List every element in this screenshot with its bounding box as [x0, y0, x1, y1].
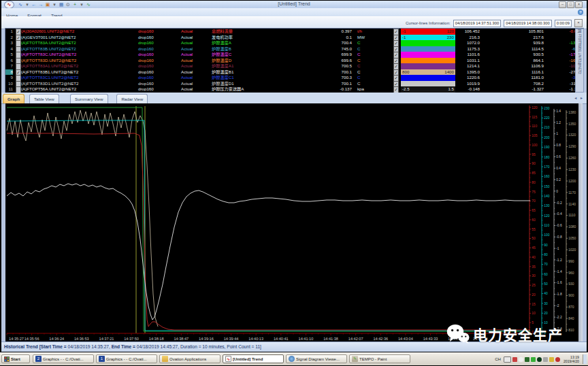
time-tick-label: 14:39:44	[224, 337, 239, 341]
selected-signal-side-tab[interactable]: [8] FTOTT83B1.UNIT2@NET2	[575, 29, 584, 93]
signal-description: 炉膛温度A1	[212, 63, 233, 69]
signal-value: 0.1	[291, 35, 352, 41]
table-row[interactable]: 2✓(A)GEV3T001.UNIT2@NET2drop160Actual发电机…	[5, 35, 583, 41]
trend-icon: ∿	[225, 356, 231, 362]
table-row[interactable]: 8✓(A)FTOTT83B1.UNIT2@NET2drop160Actual炉膛…	[5, 69, 583, 76]
show-desktop-button[interactable]	[583, 354, 587, 364]
axis-tick-label: -0.6	[556, 223, 562, 227]
signal-description: 炉膛压力变送器A	[212, 86, 244, 93]
status-text: End Time =	[112, 344, 137, 349]
table-row[interactable]: 4(A)FTOTT83B.UNIT2@NET2drop160Actual炉膛温度…	[5, 46, 583, 52]
wechat-logo-icon	[446, 324, 470, 344]
axis-tick-label: 140	[544, 194, 550, 198]
table-row[interactable]: 9(A)FTOTT83C1.UNIT2@NET2drop160Actual炉膛温…	[5, 75, 583, 81]
tray-icon[interactable]	[531, 357, 536, 362]
taskbar-task-graphics-2[interactable]: 2Graphics - - C:/Ovati...	[33, 354, 94, 363]
clock[interactable]: 13:192019/4/20	[561, 355, 581, 363]
tray-icon[interactable]	[519, 357, 523, 362]
tab-table-view[interactable]: Table View	[29, 94, 59, 103]
tab-radar-view[interactable]: Radar View	[116, 94, 148, 103]
screen: ∿ ∿▾←→▣▾▦⊙+▾∿ [Untitled] Trend –□× HomeF…	[0, 0, 588, 366]
signal-name: (A)FTOTT83D.UNIT2@NET2	[21, 58, 76, 64]
cursor1-value: 106.452	[421, 29, 480, 35]
axis-tick-label: 30	[532, 273, 536, 278]
time-tick-label: 14:40:41	[274, 337, 289, 341]
time-tick-label: 14:41:10	[299, 337, 314, 341]
signal-value: 700.5	[291, 63, 352, 69]
fuel-flow-curve	[7, 133, 530, 330]
cursor-lines-info: Cursor-lines Information: 04/18/2019 14:…	[406, 19, 583, 27]
cursor1-value: 1214.1	[421, 63, 480, 69]
help-icon[interactable]: ?	[578, 10, 583, 15]
window-title: [Untitled] Trend	[1, 1, 587, 6]
tab-summary-view[interactable]: Summary View	[70, 94, 108, 103]
signal-mode: Actual	[181, 75, 193, 81]
axis-tick-label: 115	[532, 115, 537, 119]
start-button[interactable]: Start	[1, 354, 30, 363]
table-row[interactable]: 7(A)FTOTT83A1.UNIT2@NET2drop160Actual炉膛温…	[5, 63, 583, 69]
tray-icon[interactable]	[512, 357, 517, 362]
signal-name: (A)FTOTT83C1.UNIT2@NET2	[21, 75, 79, 81]
table-row[interactable]: 1✓(A)30A02601.UNIT2@NET2drop160Actual总燃料…	[5, 29, 583, 35]
axis-tick-label: 1200	[568, 179, 576, 183]
axis-tick-label: 1320	[568, 133, 576, 137]
time-tick-label: 14:41:38	[323, 337, 338, 341]
axis-tick-label: -2.2	[556, 315, 562, 319]
furnace-temp-b1-curve	[7, 110, 158, 327]
cursor1-value: 1220.6	[421, 75, 480, 81]
signal-mode: Actual	[181, 69, 193, 76]
task-label: Graphics - - C:/Ovati...	[106, 355, 147, 363]
status-text: 04/18/2019 14:45:27, Duration = 10 minut…	[137, 344, 261, 349]
axis-tick-label: 80	[532, 180, 536, 184]
cursor1-time-field[interactable]: 04/18/2019 14:37:51.300	[453, 20, 501, 27]
taskbar-task-signal[interactable]: Signal Diagram Viewe...	[286, 354, 347, 363]
tab-scroll-arrows[interactable]: ◂ ▸	[574, 95, 584, 100]
tray-icon[interactable]	[537, 357, 542, 362]
signal-mode: Actual	[181, 29, 193, 35]
maximize-button[interactable]: □	[567, 1, 574, 8]
tray-icon[interactable]	[525, 357, 529, 362]
signal-unit: C	[357, 63, 360, 69]
cursor1-value: 216.3	[421, 35, 480, 41]
axis-tick-label: 870	[568, 305, 574, 309]
language-indicator[interactable]: CH	[493, 357, 502, 361]
table-row[interactable]: 3(A)FTOTT83A.UNIT2@NET2drop160Actual炉膛温度…	[5, 40, 583, 46]
minimize-button[interactable]: –	[559, 1, 566, 8]
row-number: 8	[5, 69, 13, 76]
time-tick-label: 14:35:56	[24, 337, 39, 341]
signal-description: 炉膛温度C1	[212, 75, 234, 81]
axis-tick-label: 95	[532, 152, 536, 156]
taskbar-task-trend[interactable]: ∿[Untitled] Trend	[223, 354, 284, 363]
tab-graph[interactable]: Graph	[3, 94, 24, 103]
signal-drop: drop160	[138, 58, 154, 64]
axis-tick-label: 15	[532, 302, 536, 306]
time-tick-label: 14:40:13	[248, 337, 263, 341]
taskbar-task-graphics-1[interactable]: 1Graphics - - C:/Ovati...	[96, 354, 157, 363]
paint-icon: ✎	[352, 356, 358, 362]
graph-scrollbar[interactable]	[578, 103, 583, 342]
delta-value: -171.1	[523, 52, 581, 58]
table-row[interactable]: 5(A)FTOTT83C.UNIT2@NET2drop160Actual炉膛温度…	[5, 52, 583, 58]
axis-tick-label: 1020	[568, 248, 576, 252]
time-tick-label: 14:38:47	[174, 337, 189, 341]
taskbar-task-folder[interactable]: Ovation Applications	[159, 354, 220, 363]
table-row[interactable]: 10(A)FTOTT83D1.UNIT2@NET2drop160Actual炉膛…	[5, 81, 583, 87]
axis-tick-label: 1380	[568, 110, 576, 114]
axis-tick-label: 960	[568, 271, 574, 275]
close-button[interactable]: ×	[575, 1, 583, 8]
axis-tick-label: 840	[568, 316, 574, 320]
signal-drop: drop160	[138, 86, 154, 93]
table-row[interactable]: 11(A)FTOPT56A.UNIT2@NET2drop160Actual炉膛压…	[5, 86, 583, 93]
tray-icon[interactable]	[549, 357, 554, 362]
tray-icon[interactable]	[543, 357, 548, 362]
table-row[interactable]: 6(A)FTOTT83D.UNIT2@NET2drop160Actual炉膛温度…	[5, 58, 583, 64]
axis-tick-label: 230	[544, 106, 550, 110]
signal-name: (A)FTOTT83B.UNIT2@NET2	[21, 46, 76, 52]
signal-name: (A)30A02601.UNIT2@NET2	[21, 29, 74, 35]
keyboard-icon[interactable]	[504, 356, 511, 363]
taskbar-task-paint[interactable]: ✎TEMPO - Paint	[349, 354, 410, 363]
close-cursor-info-icon[interactable]: ×	[574, 19, 583, 27]
signal-drop: drop160	[138, 69, 154, 76]
cursor2-time-field[interactable]: 04/18/2019 14:38:00.300	[504, 20, 551, 27]
tray-icon[interactable]	[555, 357, 560, 362]
